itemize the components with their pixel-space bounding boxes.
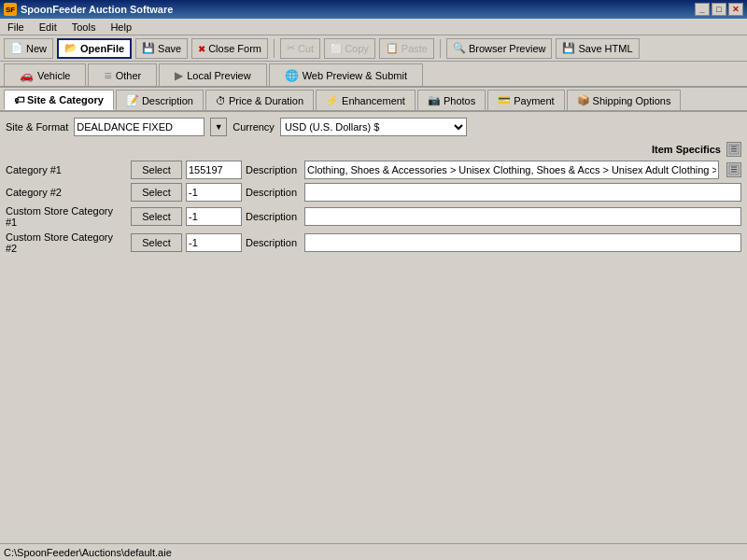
paste-button[interactable]: Paste bbox=[379, 38, 434, 59]
tab-payment[interactable]: Payment bbox=[487, 90, 564, 110]
item-specifics-label: Item Specifics bbox=[652, 144, 721, 155]
close-icon bbox=[198, 43, 205, 54]
custom-store-cat2-desc-input[interactable] bbox=[304, 233, 741, 252]
openfile-label: OpenFile bbox=[80, 43, 124, 54]
tab-web-preview-label: Web Preview & Submit bbox=[303, 70, 407, 81]
close-form-button[interactable]: Close Form bbox=[191, 38, 268, 59]
copy-icon bbox=[331, 43, 342, 54]
custom-store-cat2-desc-label: Description bbox=[246, 237, 297, 248]
app-icon: SF bbox=[4, 3, 17, 16]
main-content: Site & Format ▼ Currency USD (U.S. Dolla… bbox=[0, 112, 747, 263]
cut-label: Cut bbox=[298, 43, 314, 54]
payment-icon bbox=[498, 94, 511, 106]
custom-store-cat2-row: Custom Store Category #2 Select Descript… bbox=[6, 231, 741, 254]
custom-store-cat1-label: Custom Store Category #1 bbox=[6, 205, 127, 228]
titlebar: SF SpoonFeeder Auction Software _ □ ✕ bbox=[0, 0, 747, 19]
openfile-icon bbox=[64, 42, 78, 54]
new-button[interactable]: New bbox=[4, 38, 53, 59]
item-specifics-icon bbox=[728, 144, 740, 155]
tab-shipping-options[interactable]: Shipping Options bbox=[567, 90, 682, 110]
cut-button[interactable]: Cut bbox=[280, 38, 320, 59]
custom-store-cat1-desc-input[interactable] bbox=[304, 207, 741, 226]
tab-payment-label: Payment bbox=[514, 95, 554, 106]
category2-desc-input[interactable] bbox=[304, 183, 741, 202]
tab-description[interactable]: Description bbox=[116, 90, 204, 110]
category1-id-input[interactable] bbox=[186, 161, 242, 179]
menu-help[interactable]: Help bbox=[106, 21, 135, 34]
tab-photos[interactable]: Photos bbox=[417, 90, 486, 110]
tab-enhancement-label: Enhancement bbox=[342, 95, 405, 106]
item-specifics-button[interactable] bbox=[726, 142, 741, 157]
tab-local-preview-label: Local Preview bbox=[187, 70, 250, 81]
format-bar: Site & Format ▼ Currency USD (U.S. Dolla… bbox=[6, 118, 741, 136]
category2-label: Category #2 bbox=[6, 187, 127, 198]
category1-desc-label: Description bbox=[246, 164, 297, 175]
save-html-button[interactable]: Save HTML bbox=[556, 38, 639, 59]
shipping-icon bbox=[577, 94, 590, 106]
tab-shipping-options-label: Shipping Options bbox=[593, 95, 671, 106]
category1-select-button[interactable]: Select bbox=[131, 161, 182, 179]
tabs-row-2: Site & Category Description Price & Dura… bbox=[0, 88, 747, 112]
tab-site-category[interactable]: Site & Category bbox=[4, 90, 114, 110]
other-icon bbox=[104, 68, 111, 83]
custom-store-cat2-label: Custom Store Category #2 bbox=[6, 231, 127, 254]
toolbar: New OpenFile Save Close Form Cut Copy Pa… bbox=[0, 35, 747, 62]
save-button[interactable]: Save bbox=[135, 38, 188, 59]
cut-icon bbox=[287, 42, 295, 54]
new-label: New bbox=[26, 43, 47, 54]
openfile-button[interactable]: OpenFile bbox=[57, 38, 132, 59]
maximize-button[interactable]: □ bbox=[712, 3, 726, 16]
save-icon bbox=[142, 42, 155, 54]
category2-id-input[interactable] bbox=[186, 183, 242, 202]
menu-edit[interactable]: Edit bbox=[35, 21, 61, 34]
custom-store-cat1-id-input[interactable] bbox=[186, 207, 242, 226]
menu-file[interactable]: File bbox=[4, 21, 28, 34]
custom-store-cat2-select-button[interactable]: Select bbox=[131, 233, 182, 252]
custom-store-cat1-row: Custom Store Category #1 Select Descript… bbox=[6, 205, 741, 228]
category1-desc-input[interactable] bbox=[304, 161, 719, 179]
tab-price-duration-label: Price & Duration bbox=[229, 95, 303, 106]
tab-web-preview[interactable]: Web Preview & Submit bbox=[269, 63, 423, 86]
section-header: Item Specifics bbox=[6, 142, 741, 157]
category2-select-button[interactable]: Select bbox=[131, 183, 182, 202]
description-icon bbox=[126, 94, 139, 106]
webpreview-icon bbox=[285, 69, 299, 82]
custom-store-cat1-select-button[interactable]: Select bbox=[131, 207, 182, 226]
site-format-dropdown-button[interactable]: ▼ bbox=[210, 118, 227, 136]
tab-price-duration[interactable]: Price & Duration bbox=[205, 90, 314, 110]
menu-tools[interactable]: Tools bbox=[68, 21, 100, 34]
site-format-input[interactable] bbox=[74, 118, 204, 136]
category2-desc-label: Description bbox=[246, 187, 297, 198]
tab-vehicle-label: Vehicle bbox=[37, 70, 70, 81]
custom-store-cat2-id-input[interactable] bbox=[186, 233, 242, 252]
price-icon bbox=[216, 95, 226, 106]
category1-specifics-button[interactable] bbox=[726, 162, 741, 177]
save-html-label: Save HTML bbox=[578, 43, 632, 54]
currency-select[interactable]: USD (U.S. Dollars) $ bbox=[280, 118, 467, 136]
vehicle-icon bbox=[20, 69, 34, 82]
toolbar-separator-2 bbox=[440, 39, 441, 58]
copy-button[interactable]: Copy bbox=[324, 38, 375, 59]
browser-preview-button[interactable]: Browser Preview bbox=[446, 38, 553, 59]
tab-photos-label: Photos bbox=[444, 95, 475, 106]
sitecat-icon bbox=[14, 94, 24, 105]
category1-row: Category #1 Select Description bbox=[6, 161, 741, 179]
titlebar-controls[interactable]: _ □ ✕ bbox=[695, 3, 743, 16]
custom-store-cat1-desc-label: Description bbox=[246, 211, 297, 222]
tab-other-label: Other bbox=[116, 70, 142, 81]
currency-label: Currency bbox=[233, 121, 275, 133]
category1-label: Category #1 bbox=[6, 164, 127, 175]
new-icon bbox=[10, 42, 23, 54]
browser-preview-icon bbox=[453, 42, 466, 54]
site-format-label: Site & Format bbox=[6, 121, 68, 133]
tab-vehicle[interactable]: Vehicle bbox=[4, 63, 86, 86]
tab-local-preview[interactable]: Local Preview bbox=[159, 63, 266, 86]
localpreview-icon bbox=[175, 69, 183, 82]
toolbar-separator-1 bbox=[274, 39, 275, 58]
tabs-row-1: Vehicle Other Local Preview Web Preview … bbox=[0, 62, 747, 88]
tab-other[interactable]: Other bbox=[88, 63, 157, 86]
tab-enhancement[interactable]: Enhancement bbox=[316, 90, 416, 110]
titlebar-left: SF SpoonFeeder Auction Software bbox=[4, 3, 173, 16]
minimize-button[interactable]: _ bbox=[695, 3, 710, 16]
close-button[interactable]: ✕ bbox=[728, 3, 743, 16]
